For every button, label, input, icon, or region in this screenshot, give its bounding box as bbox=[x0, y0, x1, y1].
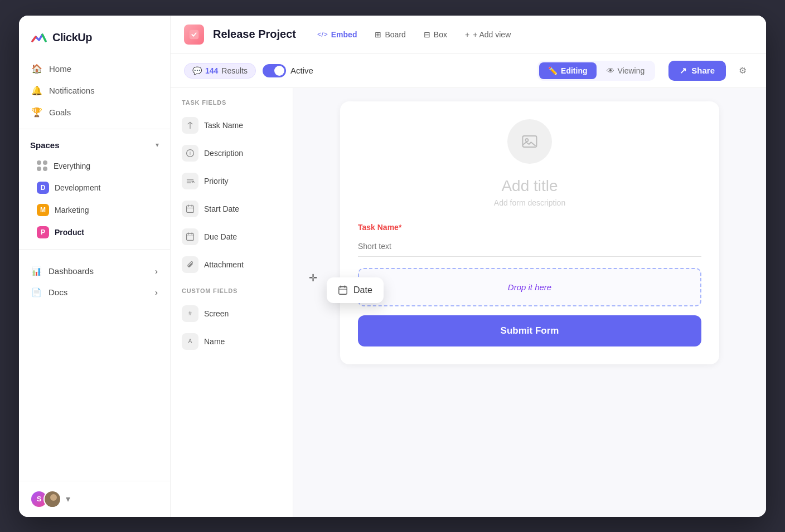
pencil-icon: ✏️ bbox=[548, 66, 558, 75]
tab-box[interactable]: ⊟ Box bbox=[416, 26, 455, 43]
drop-zone-label: Drop it here bbox=[508, 282, 551, 292]
editing-button[interactable]: ✏️ Editing bbox=[539, 62, 596, 79]
viewing-label: Viewing bbox=[618, 66, 645, 75]
description-label: Description bbox=[204, 149, 243, 158]
chat-icon: 💬 bbox=[192, 66, 202, 75]
goals-label: Goals bbox=[49, 108, 71, 117]
spaces-header[interactable]: Spaces ▾ bbox=[19, 135, 170, 155]
sidebar-item-docs[interactable]: 📄 Docs › bbox=[26, 282, 163, 303]
app-name: ClickUp bbox=[52, 31, 92, 44]
form-card: Add title Add form description Task Name… bbox=[340, 101, 719, 364]
toggle-switch[interactable] bbox=[263, 64, 286, 77]
box-icon: ⊟ bbox=[424, 30, 430, 39]
add-view-button[interactable]: + + Add view bbox=[457, 26, 519, 43]
gear-icon: ⚙ bbox=[739, 65, 747, 76]
docs-chevron-icon: › bbox=[155, 287, 158, 297]
settings-button[interactable]: ⚙ bbox=[733, 61, 753, 81]
marketing-label: Marketing bbox=[55, 206, 89, 214]
home-label: Home bbox=[49, 64, 71, 74]
top-bar: Release Project </> Embed ⊞ Board ⊟ Box … bbox=[171, 16, 766, 54]
form-title-placeholder[interactable]: Add title bbox=[358, 177, 701, 195]
priority-label: Priority bbox=[204, 177, 229, 186]
active-toggle[interactable]: Active bbox=[263, 64, 313, 77]
sidebar-item-development[interactable]: D Development bbox=[26, 177, 163, 199]
sidebar-divider-2 bbox=[19, 249, 170, 250]
notifications-label: Notifications bbox=[49, 86, 95, 95]
svg-point-1 bbox=[47, 502, 60, 508]
toolbar: 💬 144 Results Active ✏️ Editing 👁 Viewin… bbox=[171, 54, 766, 88]
attachment-label: Attachment bbox=[204, 260, 244, 269]
share-button[interactable]: ↗ Share bbox=[668, 61, 726, 81]
results-badge: 💬 144 Results bbox=[184, 63, 256, 79]
submit-button[interactable]: Submit Form bbox=[358, 315, 701, 346]
field-screen[interactable]: # Screen bbox=[171, 300, 293, 328]
sidebar-divider-1 bbox=[19, 129, 170, 129]
clickup-logo-icon bbox=[30, 29, 48, 47]
sidebar: ClickUp 🏠 Home 🔔 Notifications 🏆 Goals S… bbox=[19, 16, 171, 517]
svg-text:#: # bbox=[188, 310, 192, 316]
task-name-field: Task Name* bbox=[358, 223, 701, 257]
drag-cursor: ✛ bbox=[309, 272, 317, 284]
dashboards-chevron-icon: › bbox=[155, 266, 158, 276]
sidebar-footer: S ▾ bbox=[19, 481, 170, 517]
svg-rect-12 bbox=[187, 233, 194, 240]
field-task-name[interactable]: Task Name bbox=[171, 111, 293, 139]
form-area: Add title Add form description Task Name… bbox=[293, 88, 766, 517]
share-label: Share bbox=[691, 66, 715, 75]
content-area: TASK FIELDS Task Name i Description bbox=[171, 88, 766, 517]
docs-label: Docs bbox=[49, 287, 67, 297]
task-name-input[interactable] bbox=[358, 236, 701, 257]
form-desc-placeholder[interactable]: Add form description bbox=[358, 198, 701, 207]
add-view-label: + Add view bbox=[473, 30, 511, 39]
project-title: Release Project bbox=[213, 28, 296, 41]
field-start-date[interactable]: Start Date bbox=[171, 195, 293, 223]
tab-board[interactable]: ⊞ Board bbox=[367, 26, 413, 43]
eye-icon: 👁 bbox=[607, 66, 614, 75]
avatar-stack: S bbox=[30, 490, 61, 508]
custom-fields-title: CUSTOM FIELDS bbox=[171, 287, 293, 300]
viewing-button[interactable]: 👁 Viewing bbox=[598, 62, 654, 79]
trophy-icon: 🏆 bbox=[31, 107, 42, 118]
results-label: Results bbox=[221, 66, 248, 75]
docs-icon: 📄 bbox=[31, 287, 42, 297]
sidebar-item-notifications[interactable]: 🔔 Notifications bbox=[26, 80, 163, 101]
view-tabs: </> Embed ⊞ Board ⊟ Box + + Add view bbox=[309, 26, 519, 43]
field-name[interactable]: A Name bbox=[171, 328, 293, 355]
board-icon: ⊞ bbox=[375, 30, 381, 39]
svg-rect-8 bbox=[187, 206, 194, 212]
svg-point-0 bbox=[50, 494, 57, 501]
name-label: Name bbox=[204, 337, 225, 346]
field-description[interactable]: i Description bbox=[171, 139, 293, 167]
embed-code-icon: </> bbox=[317, 30, 328, 38]
sidebar-item-dashboards[interactable]: 📊 Dashboards › bbox=[26, 261, 163, 282]
chevron-down-icon: ▾ bbox=[156, 141, 159, 149]
share-icon: ↗ bbox=[680, 66, 687, 76]
project-icon bbox=[184, 25, 204, 45]
field-attachment[interactable]: Attachment bbox=[171, 251, 293, 279]
sidebar-item-everything[interactable]: Everything bbox=[26, 155, 163, 177]
tab-embed[interactable]: </> Embed bbox=[309, 26, 365, 43]
field-priority[interactable]: Priority bbox=[171, 167, 293, 195]
svg-text:A: A bbox=[188, 338, 192, 344]
drop-zone[interactable]: Drop it here bbox=[358, 268, 701, 306]
attachment-icon bbox=[182, 256, 198, 273]
board-label: Board bbox=[385, 30, 405, 39]
form-image-placeholder[interactable] bbox=[507, 119, 552, 164]
due-date-icon bbox=[182, 228, 198, 245]
bell-icon: 🔔 bbox=[31, 85, 42, 96]
main-nav: 🏠 Home 🔔 Notifications 🏆 Goals bbox=[19, 58, 170, 123]
fields-panel: TASK FIELDS Task Name i Description bbox=[171, 88, 293, 517]
results-count: 144 bbox=[205, 66, 218, 75]
sidebar-item-marketing[interactable]: M Marketing bbox=[26, 199, 163, 221]
sidebar-item-product[interactable]: P Product bbox=[26, 221, 163, 243]
marketing-badge: M bbox=[37, 204, 49, 216]
sidebar-item-goals[interactable]: 🏆 Goals bbox=[26, 101, 163, 123]
editing-label: Editing bbox=[561, 66, 587, 75]
svg-point-19 bbox=[526, 139, 529, 141]
dashboards-label: Dashboards bbox=[49, 266, 94, 276]
field-due-date[interactable]: Due Date bbox=[171, 223, 293, 251]
footer-dropdown-icon[interactable]: ▾ bbox=[66, 494, 70, 504]
sidebar-item-home[interactable]: 🏠 Home bbox=[26, 58, 163, 80]
start-date-icon bbox=[182, 201, 198, 217]
development-badge: D bbox=[37, 182, 49, 194]
